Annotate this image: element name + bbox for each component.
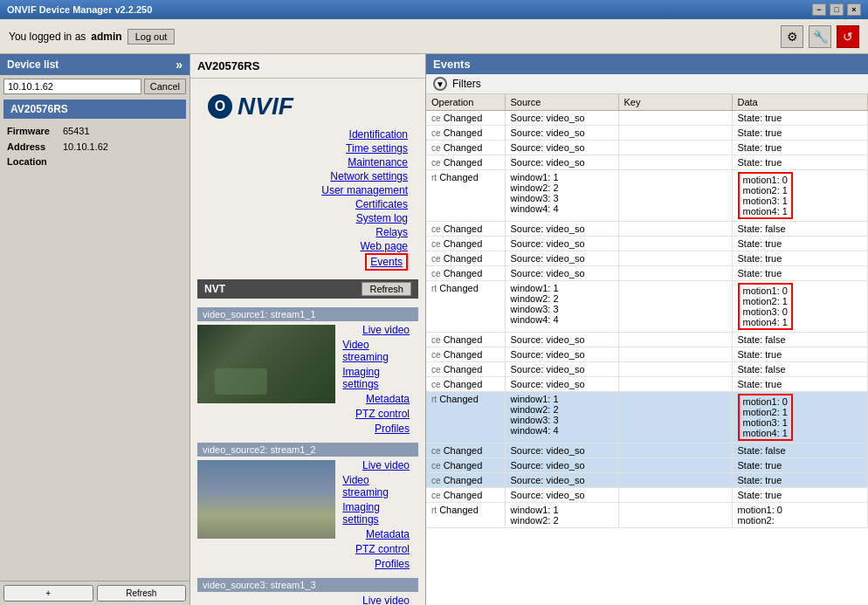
cell-operation: ce Changed <box>426 362 505 377</box>
cell-key <box>618 222 732 237</box>
stream1-header: video_source1: stream1_1 <box>197 307 418 321</box>
stream1-metadata[interactable]: Metadata <box>366 392 410 406</box>
table-row[interactable]: ce ChangedSource: video_soState: true <box>426 251 868 266</box>
top-bar: You logged in as admin Log out ⚙ 🔧 ↺ <box>0 19 868 54</box>
table-row[interactable]: ce ChangedSource: video_soState: false <box>426 443 868 458</box>
cancel-search-button[interactable]: Cancel <box>144 79 186 94</box>
add-device-button[interactable]: + <box>3 585 93 602</box>
cell-operation: ce Changed <box>426 333 505 347</box>
table-row[interactable]: ce ChangedSource: video_soState: false <box>426 222 868 237</box>
stream3-header: video_source3: stream1_3 <box>197 578 418 592</box>
table-row[interactable]: ce ChangedSource: video_soState: true <box>426 237 868 251</box>
table-row[interactable]: ce ChangedSource: video_soState: true <box>426 488 868 503</box>
menu-relays[interactable]: Relays <box>375 225 408 239</box>
stream2-metadata[interactable]: Metadata <box>366 527 410 541</box>
stream1-live-video[interactable]: Live video <box>362 323 410 337</box>
cell-key <box>618 488 732 503</box>
minimize-button[interactable]: − <box>812 3 826 16</box>
stream1-video-streaming[interactable]: Video streaming <box>342 338 410 364</box>
stream2-imaging-settings[interactable]: Imaging settings <box>342 500 410 526</box>
menu-maintenance[interactable]: Maintenance <box>348 155 408 169</box>
stream2-thumbnail <box>197 460 335 539</box>
stream2-video-streaming[interactable]: Video streaming <box>342 473 410 499</box>
menu-user-management[interactable]: User management <box>321 183 408 197</box>
stream2-section: video_source2: stream1_2 Live video Vide… <box>190 439 425 574</box>
table-row[interactable]: ce ChangedSource: video_soState: true <box>426 473 868 488</box>
stream2-ptz-control[interactable]: PTZ control <box>355 542 410 556</box>
cell-key <box>618 377 732 392</box>
cell-source: Source: video_so <box>505 251 618 266</box>
table-row[interactable]: rt Changedwindow1: 1 window2: 2 window3:… <box>426 392 868 443</box>
tools-icon[interactable]: 🔧 <box>809 25 831 48</box>
cell-data: State: false <box>732 362 868 377</box>
stream2-live-video[interactable]: Live video <box>362 458 410 472</box>
refresh-device-button[interactable]: Refresh <box>97 585 187 602</box>
table-row[interactable]: rt Changedwindow1: 1 window2: 2 window3:… <box>426 281 868 333</box>
cell-data: State: true <box>732 377 868 392</box>
table-row[interactable]: ce ChangedSource: video_soState: false <box>426 333 868 347</box>
collapse-button[interactable]: » <box>176 58 183 72</box>
camera2-image <box>197 460 335 539</box>
cell-data: State: true <box>732 458 868 473</box>
table-row[interactable]: ce ChangedSource: video_soState: true <box>426 458 868 473</box>
stream1-ptz-control[interactable]: PTZ control <box>355 407 410 421</box>
stream1-links: Live video Video streaming Imaging setti… <box>342 323 418 436</box>
menu-network-settings[interactable]: Network settings <box>330 169 408 183</box>
col-operation: Operation <box>426 94 505 111</box>
search-row: Cancel <box>0 75 189 98</box>
table-row[interactable]: ce ChangedSource: video_soState: true <box>426 111 868 126</box>
table-row[interactable]: ce ChangedSource: video_soState: true <box>426 347 868 362</box>
menu-certificates[interactable]: Certificates <box>355 197 408 211</box>
menu-system-log[interactable]: System log <box>356 211 408 225</box>
onvif-text: NVIF <box>238 93 293 120</box>
close-button[interactable]: × <box>847 3 861 16</box>
cell-data: State: true <box>732 141 868 155</box>
cell-operation: rt Changed <box>426 503 505 528</box>
cell-data: motion1: 0 motion2: 1 motion3: 1 motion4… <box>732 170 868 222</box>
events-header: Events <box>426 54 868 74</box>
menu-identification[interactable]: Identification <box>349 127 408 141</box>
cell-operation: ce Changed <box>426 347 505 362</box>
table-row[interactable]: rt Changedwindow1: 1 window2: 2 window3:… <box>426 170 868 222</box>
cell-source: window1: 1 window2: 2 window3: 3 window4… <box>505 392 618 443</box>
cell-source: Source: video_so <box>505 473 618 488</box>
stream1-profiles[interactable]: Profiles <box>375 422 410 436</box>
table-row[interactable]: ce ChangedSource: video_soState: true <box>426 377 868 392</box>
middle-header: AV20576RS <box>190 54 425 79</box>
table-row[interactable]: ce ChangedSource: video_soState: true <box>426 266 868 281</box>
menu-web-page[interactable]: Web page <box>361 239 409 253</box>
menu-events[interactable]: Events <box>365 253 408 271</box>
cell-key <box>618 155 732 170</box>
table-row[interactable]: ce ChangedSource: video_soState: true <box>426 126 868 141</box>
cell-operation: ce Changed <box>426 141 505 155</box>
cell-key <box>618 392 732 443</box>
cell-key <box>618 347 732 362</box>
cell-source: Source: video_so <box>505 458 618 473</box>
cell-key <box>618 362 732 377</box>
settings-icon[interactable]: ⚙ <box>781 25 803 48</box>
cell-operation: ce Changed <box>426 251 505 266</box>
cell-data: State: true <box>732 488 868 503</box>
stream2-header: video_source2: stream1_2 <box>197 443 418 457</box>
table-row[interactable]: ce ChangedSource: video_soState: false <box>426 362 868 377</box>
username: admin <box>91 31 121 43</box>
table-row[interactable]: ce ChangedSource: video_soState: true <box>426 155 868 170</box>
refresh-icon[interactable]: ↺ <box>837 25 859 48</box>
logout-button[interactable]: Log out <box>127 29 176 45</box>
table-row[interactable]: rt Changedwindow1: 1 window2: 2motion1: … <box>426 503 868 528</box>
maximize-button[interactable]: □ <box>830 3 844 16</box>
events-table[interactable]: Operation Source Key Data ce ChangedSour… <box>426 94 868 605</box>
device-item[interactable]: AV20576RS <box>3 100 186 119</box>
cell-data: State: true <box>732 155 868 170</box>
nvt-refresh-button[interactable]: Refresh <box>362 282 411 296</box>
cell-source: Source: video_so <box>505 126 618 141</box>
filter-toggle-button[interactable]: ▼ <box>433 77 447 91</box>
stream1-imaging-settings[interactable]: Imaging settings <box>342 365 410 391</box>
cell-data: State: true <box>732 266 868 281</box>
menu-time-settings[interactable]: Time settings <box>346 141 408 155</box>
table-row[interactable]: ce ChangedSource: video_soState: true <box>426 141 868 155</box>
stream3-live-video[interactable]: Live video <box>362 594 410 605</box>
stream2-profiles[interactable]: Profiles <box>375 557 410 571</box>
stream1-section: video_source1: stream1_1 Live video Vide… <box>190 304 425 439</box>
search-input[interactable] <box>3 79 141 94</box>
